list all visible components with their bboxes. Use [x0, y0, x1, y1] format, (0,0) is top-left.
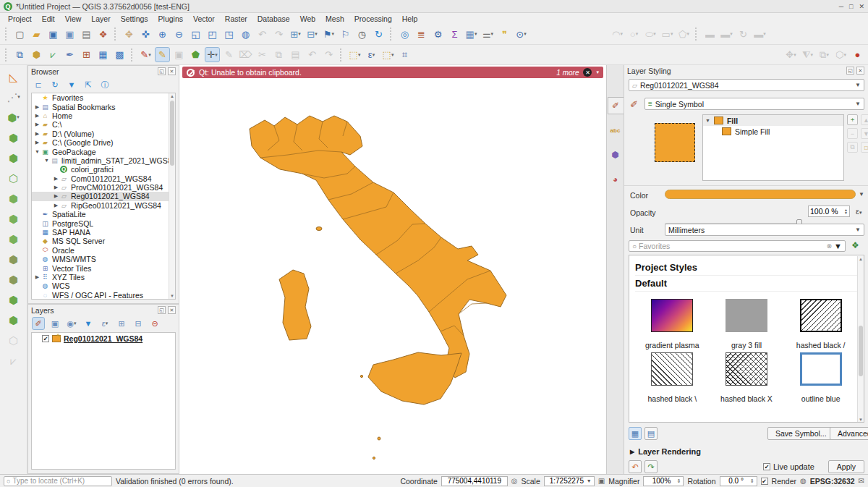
menu-edit[interactable]: Edit: [37, 14, 60, 23]
new-virtual-layer-button[interactable]: ⬡: [5, 169, 22, 187]
dropdown-arrow-icon[interactable]: ▾: [358, 52, 361, 58]
dropdown-arrow-icon[interactable]: ▾: [491, 31, 494, 37]
style-manager-button[interactable]: ❖: [851, 240, 859, 250]
tree-expand-arrow-icon[interactable]: ▶: [53, 176, 59, 182]
add-delimited-text-side-button[interactable]: ⬢: [5, 250, 22, 268]
diagrams-tab[interactable]: ◕: [608, 171, 624, 188]
annotation-tool-button[interactable]: ⋰▾: [5, 88, 22, 106]
style-item-gradient-plasma[interactable]: gradient plasma: [635, 299, 710, 350]
dropdown-arrow-icon[interactable]: ▾: [215, 52, 218, 58]
recording-indicator-button[interactable]: ●: [850, 47, 865, 62]
browser-item-ms-sql-server[interactable]: ◆MS SQL Server: [32, 237, 175, 245]
browser-item-limiti-admin-stat-2021-wgs84-gpkg[interactable]: ▼▤limiti_admin_STAT_2021_WGS84.gpkg: [32, 156, 175, 165]
tree-expand-arrow-icon[interactable]: ▶: [53, 193, 59, 199]
new-shapefile-layer-button[interactable]: ⬢: [5, 129, 22, 146]
live-update-checkbox[interactable]: ✔: [763, 463, 770, 470]
tree-expand-arrow-icon[interactable]: ▼: [34, 149, 41, 154]
add-geopackage-layer-button[interactable]: ⬢: [29, 47, 44, 62]
save-project-button[interactable]: ▣: [46, 27, 61, 42]
symbol-tree-fill-row[interactable]: ▼ Fill: [703, 115, 843, 126]
extents-toggle-icon[interactable]: ◎: [511, 477, 518, 485]
layer-item[interactable]: ✔Reg01012021_WGS84: [32, 333, 175, 344]
add-delimited-text-layer-button[interactable]: ⊞: [79, 47, 94, 62]
menu-help[interactable]: Help: [397, 14, 423, 23]
show-spatial-bookmarks-button[interactable]: ⚐: [338, 27, 353, 42]
coordinate-input[interactable]: [444, 477, 505, 485]
tree-expand-arrow-icon[interactable]: ▶: [34, 274, 41, 280]
menu-view[interactable]: View: [60, 14, 87, 23]
dropdown-arrow-icon[interactable]: ▾: [811, 52, 814, 58]
dropdown-arrow-icon[interactable]: ▾: [730, 31, 733, 37]
opacity-spinbox[interactable]: ▲▼: [808, 206, 850, 217]
dropdown-arrow-icon[interactable]: ▾: [524, 31, 527, 37]
zoom-out-button[interactable]: ⊖: [171, 27, 187, 42]
style-item-hashed-black[interactable]: hashed black /: [783, 299, 858, 350]
browser-item-d-volume[interactable]: ▶▰D:\ (Volume): [32, 130, 175, 138]
advanced-button[interactable]: Advanced ▼: [830, 427, 868, 440]
save-symbol-button[interactable]: Save Symbol...: [767, 427, 835, 440]
tree-expand-arrow-icon[interactable]: ▶: [34, 104, 41, 110]
icon-view-button[interactable]: ▦: [629, 427, 642, 440]
add-vector-layer-button[interactable]: ⩗: [46, 47, 61, 62]
style-search-input[interactable]: [639, 242, 825, 250]
add-spatialite-layer-button[interactable]: ✒: [62, 47, 77, 62]
manage-map-themes-button[interactable]: ◉▾: [65, 317, 78, 330]
spin-arrows-icon[interactable]: ▲▼: [844, 208, 848, 214]
small-island-1[interactable]: [378, 437, 380, 440]
show-statistics-button[interactable]: Σ: [447, 27, 462, 42]
browser-item-wcs[interactable]: ◍WCS: [32, 281, 175, 290]
message-bar-close-button[interactable]: ✕: [583, 68, 592, 77]
island-elba[interactable]: [316, 227, 322, 231]
open-attribute-table-button[interactable]: ▦▾: [464, 27, 479, 42]
dropdown-arrow-icon[interactable]: ▾: [826, 52, 829, 58]
pan-map-button[interactable]: ✥: [122, 27, 137, 42]
browser-item-wms-wmts[interactable]: ◍WMS/WMTS: [32, 255, 175, 263]
browser-item-sap-hana[interactable]: ▦SAP HANA: [32, 228, 175, 237]
undock-icon[interactable]: ◱: [158, 67, 166, 75]
browser-properties-button[interactable]: ⓘ: [98, 78, 111, 91]
browser-item-wfs-ogc-api-features[interactable]: ◌WFS / OGC API - Features: [32, 291, 175, 300]
dropdown-arrow-icon[interactable]: ▾: [686, 31, 689, 37]
clear-search-icon[interactable]: ⊗: [827, 242, 833, 250]
layer-rendering-section[interactable]: ▶ Layer Rendering: [630, 447, 701, 456]
browser-collapse-button[interactable]: ⊏: [32, 78, 45, 91]
apply-button[interactable]: Apply: [828, 460, 864, 473]
new-print-layout-button[interactable]: ▤: [79, 27, 94, 42]
close-icon[interactable]: ✕: [168, 306, 176, 314]
dropdown-arrow-icon[interactable]: ▾: [315, 31, 318, 37]
add-mesh-layer-button[interactable]: ▩: [112, 47, 127, 62]
chevron-down-icon[interactable]: ▼: [705, 118, 710, 123]
magnifier-spinbox[interactable]: ⇕: [643, 476, 684, 486]
browser-item-favorites[interactable]: ★Favorites: [32, 93, 175, 102]
dropdown-arrow-icon[interactable]: ▾: [620, 31, 623, 37]
style-manager-button[interactable]: ❖: [95, 27, 111, 42]
italy-sicily[interactable]: [368, 352, 461, 405]
close-button[interactable]: ✕: [859, 3, 864, 10]
menu-processing[interactable]: Processing: [349, 14, 397, 23]
tree-expand-arrow-icon[interactable]: ▶: [34, 113, 41, 119]
undock-icon[interactable]: ◱: [846, 67, 854, 75]
dropdown-arrow-icon[interactable]: ▾: [106, 321, 109, 326]
layer-select-combo[interactable]: ▱ Reg01012021_WGS84 ▼: [629, 79, 864, 91]
collapse-all-layers-button[interactable]: ⊟: [132, 317, 145, 330]
save-project-as-button[interactable]: ▣: [62, 27, 77, 42]
dropdown-arrow-icon[interactable]: ▾: [298, 31, 301, 37]
zoom-in-button[interactable]: ⊕: [155, 27, 170, 42]
symbology-tab[interactable]: ✐: [608, 97, 624, 114]
layout-manager-button[interactable]: ◺: [5, 68, 22, 85]
dropdown-arrow-icon[interactable]: ▾: [763, 31, 766, 37]
scale-combo[interactable]: ▼: [544, 476, 595, 486]
select-features-button[interactable]: ⬚▾: [347, 47, 362, 62]
close-icon[interactable]: ✕: [856, 67, 864, 75]
tree-expand-arrow-icon[interactable]: ▶: [34, 122, 41, 127]
chevron-down-icon[interactable]: ▼: [834, 242, 842, 250]
browser-item-provcm01012021-wgs84[interactable]: ▶▱ProvCM01012021_WGS84: [32, 183, 175, 192]
scale-input[interactable]: [547, 477, 587, 485]
close-icon[interactable]: ✕: [168, 67, 176, 75]
processing-toolbox-button[interactable]: ⚙: [430, 27, 446, 42]
browser-item-oracle[interactable]: ⬭Oracle: [32, 246, 175, 255]
style-item-gray-3-fill[interactable]: gray 3 fill: [710, 299, 784, 350]
view3d-tab[interactable]: ⬢: [608, 146, 624, 164]
color-button[interactable]: [665, 190, 856, 199]
new-spatialite-layer-button[interactable]: ⬢: [5, 149, 22, 166]
